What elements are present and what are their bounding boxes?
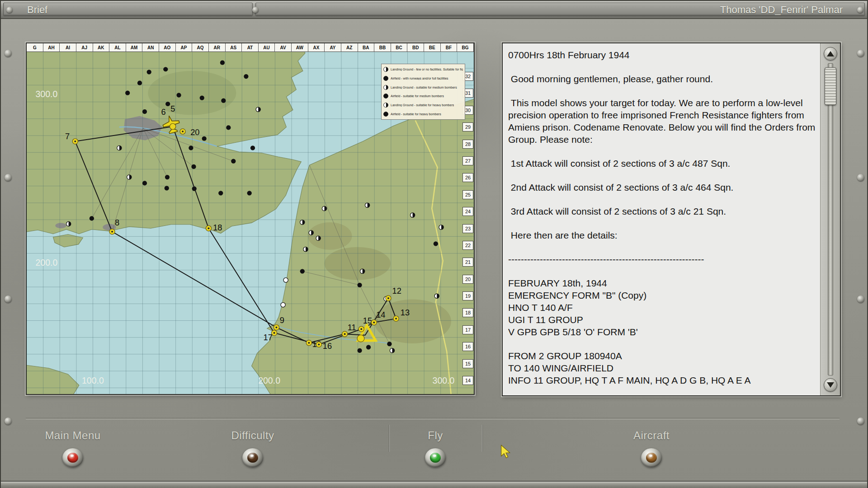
waypoint-marker (208, 227, 209, 229)
waypoint-marker (360, 328, 362, 330)
waypoint-marker (344, 333, 346, 335)
bolt-icon (5, 50, 12, 57)
arrow-down-icon (827, 382, 834, 388)
airfield-marker (163, 67, 168, 71)
map-legend: Landing Ground - few or no facilities. S… (381, 64, 465, 120)
map-grid-row-label: 14 (462, 376, 473, 385)
airfield-type-icon (383, 103, 388, 108)
map-grid-row-label: 24 (462, 207, 473, 216)
legend-item: Airfield - with runways and/or full faci… (383, 75, 463, 82)
map-coordinate-label: 300.0 (36, 89, 58, 99)
briefing-scrollbar[interactable] (820, 43, 840, 395)
scroll-down-button[interactable] (824, 378, 837, 392)
map-grid-column-label: AS (226, 43, 242, 52)
map-grid-row-label: 21 (462, 258, 473, 267)
airfield-marker (90, 216, 94, 221)
waypoint-label: 17 (264, 333, 273, 342)
bolt-icon (857, 50, 864, 57)
terrain-shade (325, 247, 391, 280)
airfield-marker (220, 61, 225, 65)
map-grid-column-label: AH (43, 43, 60, 52)
airfield-marker (176, 93, 181, 97)
map-grid-column-label: BC (391, 43, 408, 52)
map-grid-column-label: AR (209, 43, 226, 52)
briefing-line-gap (508, 217, 816, 229)
map-grid-column-label: AN (142, 43, 159, 52)
aircraft-led-button[interactable] (641, 448, 662, 467)
legend-item-label: Landing Ground - suitable for heavy bomb… (391, 103, 454, 107)
briefing-line: UGI T 11 GROUP (508, 314, 816, 326)
waypoint-label: 15 (363, 316, 372, 325)
bolt-icon (5, 296, 12, 303)
footer-button-fly[interactable]: Fly (386, 429, 485, 467)
arrow-up-icon (827, 51, 834, 56)
waypoint-marker (318, 343, 320, 345)
map-grid-row-label: 22 (462, 241, 473, 250)
airfield-marker (300, 269, 305, 273)
waypoint-label: 16 (323, 341, 332, 351)
map-grid-column-label: AQ (192, 43, 209, 52)
map-grid-column-label: AZ (341, 43, 358, 52)
map-grid-column-label: AY (325, 43, 341, 52)
led-glint (649, 455, 652, 457)
scrollbar-track[interactable] (828, 63, 833, 375)
airfield-type-icon (383, 67, 388, 72)
briefing-line-gap (508, 241, 816, 253)
map-grid-column-label: AO (159, 43, 176, 52)
footer-button-aircraft[interactable]: Aircraft (602, 429, 701, 467)
brief-tab[interactable]: Brief (3, 3, 253, 16)
bolt-icon (857, 296, 864, 303)
waypoint-label: 13 (401, 308, 410, 317)
airfield-marker (434, 241, 438, 246)
airfield-marker (231, 159, 236, 164)
map-coordinate-label: 200.0 (36, 258, 58, 267)
map-grid-row-label: 20 (462, 275, 473, 284)
airfield-marker (165, 175, 170, 179)
map-grid-column-label: AK (93, 43, 110, 52)
briefing-line: Here then are the details: (508, 229, 816, 241)
airfield-marker (226, 125, 231, 130)
bolt-icon (5, 418, 12, 425)
waypoint-label: 5 (170, 104, 175, 113)
waypoint-marker (111, 231, 113, 233)
scroll-up-button[interactable] (824, 47, 837, 61)
waypoint-label: 11 (348, 323, 356, 332)
briefing-line-gap (508, 265, 816, 277)
legend-item-label: Airfield - suitable for medium bombers (391, 94, 444, 98)
airfield-marker (221, 99, 226, 103)
waypoint-label: 20 (190, 127, 199, 137)
main-menu-led-button[interactable] (62, 448, 83, 467)
waypoint-label: 9 (280, 315, 284, 325)
scrollbar-thumb[interactable] (825, 67, 836, 105)
fly-led-button[interactable] (425, 448, 446, 467)
footer-button-main-menu[interactable]: Main Menu (23, 429, 123, 467)
briefing-line: HNO T 140 A/F (508, 301, 816, 314)
bottom-strip (1, 481, 867, 488)
brief-tab-label: Brief (27, 4, 47, 15)
waypoint-label: 6 (161, 107, 166, 117)
briefing-panel: 0700Hrs 18th February 1944 Good morning … (502, 42, 841, 396)
led-glint (250, 455, 254, 457)
airfield-marker (244, 74, 248, 79)
difficulty-led-button[interactable] (242, 448, 263, 467)
airfield-marker (366, 345, 371, 349)
player-name: Thomas 'DD_Fenrir' Palmar (720, 4, 843, 15)
aircraft-label: Aircraft (602, 429, 701, 442)
fly-led (430, 453, 441, 463)
footer-button-difficulty[interactable]: Difficulty (203, 429, 302, 467)
terrain-shade (308, 222, 352, 250)
map-grid-column-label: AT (242, 43, 259, 52)
waypoint-marker (373, 322, 375, 324)
aircraft-led (646, 453, 657, 463)
map-grid-row-label: 17 (462, 325, 473, 334)
briefing-line: 3rd Attack will consist of 2 sections of… (508, 205, 816, 217)
briefing-line: INFO 11 GROUP, HQ T A F MAIN, HQ A D G B… (508, 374, 816, 386)
map-grid-column-label: AU (259, 43, 275, 52)
landing-ground-marker (283, 278, 288, 282)
legend-item-label: Airfield - suitable for heavy bombers (391, 113, 441, 116)
airfield-type-icon (383, 94, 388, 99)
mouse-cursor (500, 445, 512, 458)
waypoint-marker (74, 141, 76, 142)
fly-label: Fly (386, 429, 485, 442)
home-airfield-point (170, 123, 175, 129)
